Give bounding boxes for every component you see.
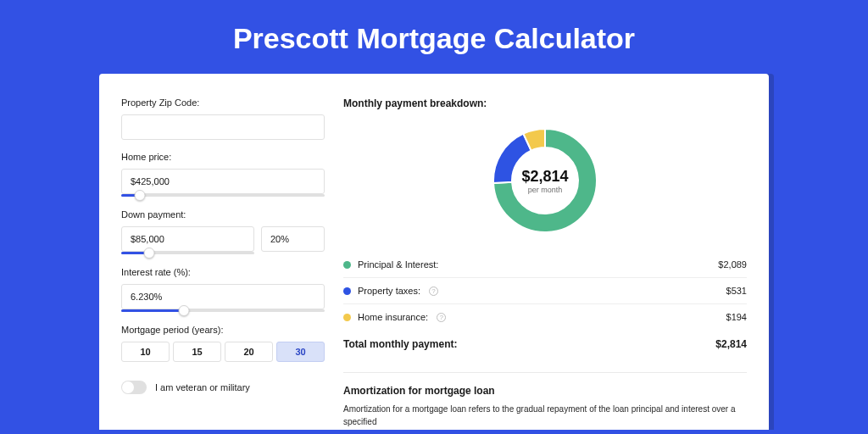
page-title: Prescott Mortgage Calculator xyxy=(0,0,868,74)
breakdown-row: Property taxes:?$531 xyxy=(343,278,747,304)
legend-dot xyxy=(343,287,351,295)
breakdown-title: Monthly payment breakdown: xyxy=(343,97,747,109)
breakdown-column: Monthly payment breakdown: $2,814 per mo… xyxy=(343,97,747,430)
mortgage-period-label: Mortgage period (years): xyxy=(121,325,325,335)
breakdown-amount: $531 xyxy=(726,286,747,296)
down-payment-field: Down payment: xyxy=(121,209,325,255)
home-price-label: Home price: xyxy=(121,152,325,162)
interest-rate-slider[interactable] xyxy=(121,309,325,313)
amortization-section: Amortization for mortgage loan Amortizat… xyxy=(343,372,747,428)
info-icon[interactable]: ? xyxy=(429,287,438,296)
total-row: Total monthly payment: $2,814 xyxy=(343,330,747,353)
slider-thumb[interactable] xyxy=(143,248,154,259)
down-payment-percent-input[interactable] xyxy=(261,226,325,252)
slider-thumb[interactable] xyxy=(179,305,190,316)
interest-rate-field: Interest rate (%): xyxy=(121,267,325,313)
info-icon[interactable]: ? xyxy=(437,313,446,322)
veteran-toggle[interactable] xyxy=(121,381,147,394)
donut-area: $2,814 per month xyxy=(343,113,747,252)
down-payment-label: Down payment: xyxy=(121,209,325,220)
breakdown-amount: $2,089 xyxy=(718,259,747,270)
down-payment-slider[interactable] xyxy=(121,252,254,255)
zip-label: Property Zip Code: xyxy=(121,97,325,108)
veteran-label: I am veteran or military xyxy=(155,382,250,392)
period-pill-10[interactable]: 10 xyxy=(121,342,170,362)
zip-field: Property Zip Code: xyxy=(121,97,325,140)
donut-sub: per month xyxy=(528,186,563,194)
veteran-row: I am veteran or military xyxy=(121,381,325,394)
breakdown-label: Property taxes: xyxy=(358,286,420,296)
breakdown-row: Principal & Interest:$2,089 xyxy=(343,252,747,278)
total-label: Total monthly payment: xyxy=(343,338,457,350)
breakdown-label: Principal & Interest: xyxy=(358,259,438,270)
interest-rate-label: Interest rate (%): xyxy=(121,267,325,277)
period-pill-30[interactable]: 30 xyxy=(276,342,325,362)
mortgage-period-field: Mortgage period (years): 10152030 xyxy=(121,325,325,362)
slider-thumb[interactable] xyxy=(134,190,145,201)
form-column: Property Zip Code: Home price: Down paym… xyxy=(121,97,325,430)
amortization-title: Amortization for mortgage loan xyxy=(343,385,747,397)
interest-rate-input[interactable] xyxy=(121,284,325,309)
amortization-body: Amortization for a mortgage loan refers … xyxy=(343,403,747,428)
donut-center: $2,814 per month xyxy=(492,128,598,233)
legend-dot xyxy=(343,314,351,321)
donut-amount: $2,814 xyxy=(521,168,568,186)
calculator-card: Property Zip Code: Home price: Down paym… xyxy=(99,74,769,430)
breakdown-row: Home insurance:?$194 xyxy=(343,304,747,330)
breakdown-amount: $194 xyxy=(726,312,747,322)
period-pill-20[interactable]: 20 xyxy=(225,342,273,362)
breakdown-label: Home insurance: xyxy=(358,312,428,322)
period-pill-15[interactable]: 15 xyxy=(173,342,221,362)
total-amount: $2,814 xyxy=(715,338,747,350)
home-price-field: Home price: xyxy=(121,152,325,198)
down-payment-amount-input[interactable] xyxy=(121,226,254,252)
zip-input[interactable] xyxy=(121,114,325,140)
legend-dot xyxy=(343,261,351,269)
donut-chart: $2,814 per month xyxy=(492,128,598,233)
home-price-input[interactable] xyxy=(121,169,325,194)
home-price-slider[interactable] xyxy=(121,194,325,198)
